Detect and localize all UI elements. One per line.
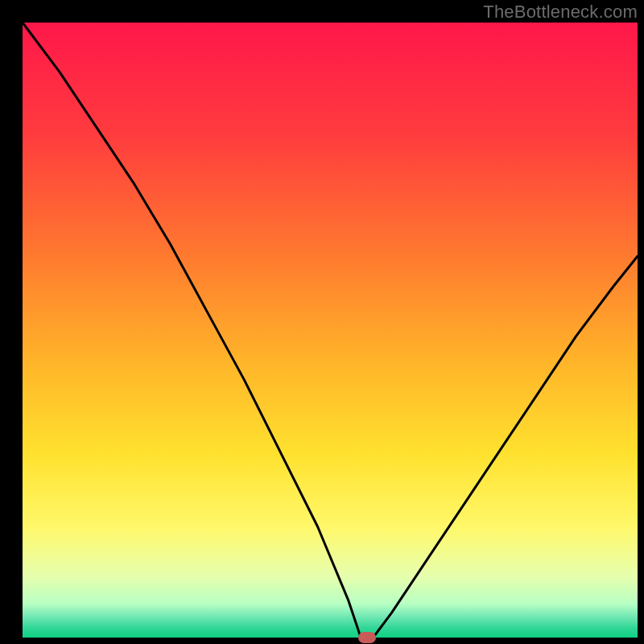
ideal-point-marker <box>358 632 376 643</box>
plot-background <box>23 23 638 638</box>
watermark-text: TheBottleneck.com <box>483 2 638 23</box>
bottleneck-chart <box>0 0 644 644</box>
chart-container: TheBottleneck.com <box>0 0 644 644</box>
